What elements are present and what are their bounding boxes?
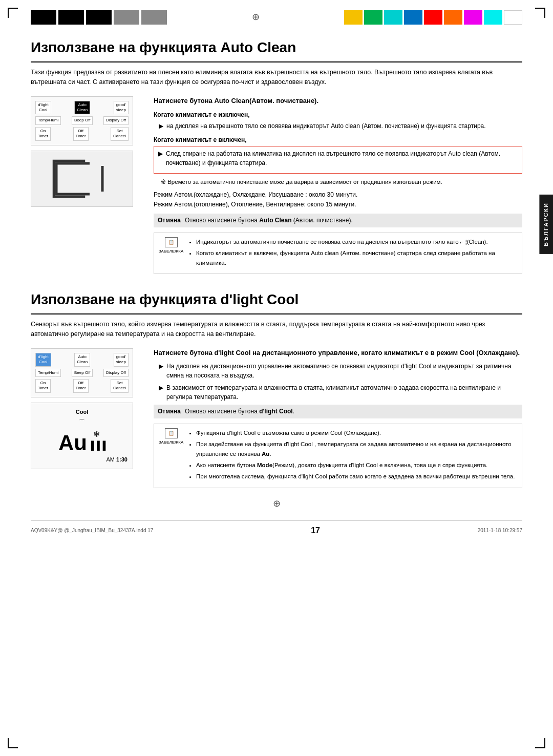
section2-note-item-1: Функцията d'light Cool е възможна само в… [196, 428, 518, 437]
section2-bullet-2-text: В зависимост от температурата и влажност… [166, 383, 522, 402]
remote2-btn-dlight: d'lightCool [35, 353, 51, 367]
remote2-btn-displayoff: Display Off [103, 369, 129, 377]
remote-btn-autoclean: AutoClean [74, 101, 90, 115]
cool-arrow-icon: ⌒ [36, 418, 127, 427]
note-label-2: ЗАБЕЛЕЖКА [159, 439, 184, 445]
remote-btn-goodsleep: good'sleep [114, 101, 129, 115]
section1-title: Използване на функцията Auto Clean [31, 37, 522, 62]
remote2-btn-temphumi: Temp/Humi [35, 369, 61, 377]
section1-note-item-2: Когато климатикът е включен, функцията A… [196, 248, 518, 267]
note-icon: 📋 [165, 237, 178, 248]
section1-when-off-heading: Когато климатикът е изключен, [154, 111, 522, 119]
remote2-btn-beepoff: Beep Off [72, 369, 93, 377]
side-language-tab: БЪЛГАРСКИ [539, 195, 553, 254]
registration-mark-top: ⊕ [252, 11, 260, 24]
cool-bars-icon: ▐▐▐ [88, 440, 105, 451]
remote-btn-ontimer: OnTimer [35, 127, 51, 141]
remote2-btn-goodsleep: good'sleep [114, 353, 129, 367]
remote2-btn-offtimer: OffTimer [73, 379, 89, 393]
swatch-red [424, 10, 442, 25]
section2-instruction-title: Натиснете бутона d'light Cool на дистанц… [154, 348, 522, 358]
black-block-3 [86, 10, 112, 25]
section2-bullet-2: ▶ В зависимост от температурата и влажно… [154, 383, 522, 402]
section2-note-item-4: При многотелна система, функцията d'ligh… [196, 472, 518, 481]
corner-mark-top-left [8, 8, 18, 18]
remote-btn-setcancel: SetCancel [111, 127, 129, 141]
section1-cancel-text: Отново натиснете бутона Auto Clean (Авто… [185, 216, 353, 225]
remote-btn-displayoff: Display Off [103, 116, 129, 124]
gray-block-1 [114, 10, 139, 25]
section2-note-item-2: При задействане на функцията d'light Coo… [196, 439, 518, 458]
top-bar-left-blocks [31, 10, 167, 25]
cool-label: Cool [36, 408, 127, 416]
section2-note-item-3: Ако натиснете бутона Mode(Режим), докато… [196, 460, 518, 470]
swatch-magenta [464, 10, 482, 25]
arrow-icon-3: ▶ [159, 362, 163, 380]
cool-display-main: Au ❄ ▐▐▐ [36, 429, 127, 454]
remote2-btn-setcancel: SetCancel [111, 379, 129, 393]
section2-title: Използване на функцията d'light Cool [31, 289, 522, 314]
section2-bullet-1: ▶ На дисплея на дистанционното управлени… [154, 362, 522, 380]
section1-left-col: d'lightCool AutoClean good'sleep Temp/Hu… [31, 96, 143, 274]
section1-note-box: 📋 ЗАБЕЛЕЖКА Индикаторът за автоматично п… [154, 233, 522, 274]
remote-btn-offtimer: OffTimer [73, 127, 89, 141]
top-decorative-bar: ⊕ [31, 10, 522, 27]
section2-note-content: Функцията d'light Cool е възможна само в… [189, 428, 518, 484]
display-illustration-1 [31, 151, 133, 207]
remote-btn-beepoff: Beep Off [72, 116, 93, 124]
color-swatches [344, 10, 522, 25]
section1-highlight-text: След спиране на работата на климатика на… [166, 149, 518, 167]
section1-asterisk-note: ※ Времето за автоматично почистване може… [161, 178, 522, 186]
corner-mark-top-right [535, 8, 545, 18]
section1-highlight-box: ▶ След спиране на работата на климатика … [154, 146, 522, 174]
clean-display-svg [49, 156, 115, 202]
arrow-icon-2: ▶ [158, 150, 163, 167]
swatch-light-cyan [484, 10, 502, 25]
section1-cancel-row: Отмяна Отново натиснете бутона Auto Clea… [154, 214, 522, 227]
svg-rect-0 [54, 161, 90, 197]
cool-display-illustration: Cool ⌒ Au ❄ ▐▐▐ AM 1:30 [31, 403, 133, 469]
arrow-icon-4: ▶ [159, 384, 163, 402]
section2-cancel-label: Отмяна [158, 407, 181, 416]
cool-time-display: AM 1:30 [36, 456, 127, 464]
cool-snowflake-icon: ❄ [93, 429, 100, 440]
remote-control-1: d'lightCool AutoClean good'sleep Temp/Hu… [31, 96, 133, 145]
arrow-icon-1: ▶ [159, 122, 163, 131]
section1-right-col: Натиснете бутона Auto Clean(Автом. почис… [154, 96, 522, 274]
remote-btn-temphumi: Temp/Humi [35, 116, 61, 124]
swatch-green [364, 10, 382, 25]
section2-cancel-row: Отмяна Отново натиснете бутона d'light C… [154, 405, 522, 418]
section1-time-note: Режим Автом.(охлаждане), Охлаждане, Изсу… [154, 190, 522, 209]
note-icon-area-1: 📋 ЗАБЕЛЕЖКА [158, 237, 184, 269]
section2-intro: Сензорът във вътрешното тяло, който изме… [31, 320, 522, 339]
note-icon-area-2: 📋 ЗАБЕЛЕЖКА [158, 428, 184, 484]
section2-content-row: d'lightCool AutoClean good'sleep Temp/Hu… [31, 348, 522, 488]
swatch-white [504, 10, 522, 25]
swatch-yellow [344, 10, 363, 25]
section1-when-off-text: на дисплея на вътрешното тяло се появява… [166, 121, 486, 131]
cool-au-display: Au [58, 432, 87, 454]
section1-note-item-1: Индикаторът за автоматично почистване се… [196, 237, 518, 246]
section1-content-row: d'lightCool AutoClean good'sleep Temp/Hu… [31, 96, 522, 274]
corner-mark-bottom-right [535, 738, 545, 748]
remote-control-2: d'lightCool AutoClean good'sleep Temp/Hu… [31, 348, 133, 397]
corner-mark-bottom-left [8, 738, 18, 748]
section2-note-box: 📋 ЗАБЕЛЕЖКА Функцията d'light Cool е въз… [154, 424, 522, 488]
section1-when-off-bullet: ▶ на дисплея на вътрешното тяло се появя… [154, 121, 522, 131]
black-block-2 [58, 10, 84, 25]
note-icon-2: 📋 [165, 428, 178, 439]
section1-note-content: Индикаторът за автоматично почистване се… [189, 237, 518, 269]
section2-bullet-1-text: На дисплея на дистанционното управление … [166, 362, 522, 380]
remote2-btn-autoclean: AutoClean [74, 353, 90, 367]
footer-date: 2011-1-18 10:29:57 [478, 527, 522, 534]
gray-block-2 [141, 10, 167, 25]
swatch-cyan [384, 10, 402, 25]
page-footer: AQV09K&Y@ @_Jungfrau_IBIM_Bu_32437A.indd… [31, 520, 522, 536]
swatch-blue [404, 10, 422, 25]
section2-right-col: Натиснете бутона d'light Cool на дистанц… [154, 348, 522, 488]
remote-btn-dlight: d'lightCool [35, 101, 51, 115]
section1-instruction-title: Натиснете бутона Auto Clean(Автом. почис… [154, 96, 522, 106]
section1-when-on-heading: Когато климатикът е включен, [154, 136, 522, 144]
section-dlight-cool: Използване на функцията d'light Cool Сен… [31, 289, 522, 488]
section-auto-clean: Използване на функцията Auto Clean Тази … [31, 37, 522, 274]
